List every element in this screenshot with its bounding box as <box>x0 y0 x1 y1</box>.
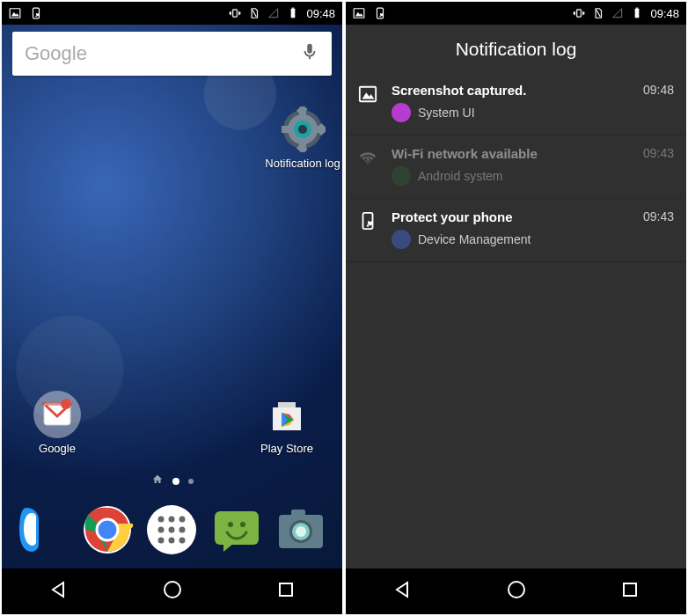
svg-point-40 <box>179 517 186 523</box>
notification-time: 09:43 <box>643 146 674 160</box>
notification-row[interactable]: Wi-Fi network availableAndroid system09:… <box>346 136 686 199</box>
svg-point-41 <box>158 527 165 533</box>
svg-rect-52 <box>291 510 305 517</box>
svg-rect-58 <box>280 583 292 596</box>
notification-log-widget[interactable]: Notification log <box>263 106 342 170</box>
notification-source: Android system <box>418 169 502 183</box>
notification-list: Screenshot captured.System UI09:48Wi-Fi … <box>346 72 686 262</box>
page-dot[interactable] <box>172 478 179 485</box>
sim-icon <box>592 7 604 19</box>
svg-point-60 <box>509 582 524 598</box>
back-button[interactable] <box>392 579 414 604</box>
svg-point-38 <box>158 517 165 523</box>
source-icon <box>392 230 411 249</box>
svg-marker-56 <box>53 583 63 597</box>
nav-bar <box>346 568 686 614</box>
status-clock: 09:48 <box>650 7 679 20</box>
mic-icon[interactable] <box>300 42 319 65</box>
page-title: Notification log <box>346 25 686 72</box>
svg-point-55 <box>296 526 306 537</box>
svg-point-50 <box>240 522 245 527</box>
notification-title: Protect your phone <box>392 209 634 224</box>
svg-marker-59 <box>397 583 407 597</box>
battery-icon <box>631 7 643 19</box>
google-search-bar[interactable]: Google <box>12 32 332 76</box>
notification-source: Device Management <box>418 232 531 246</box>
notification-title: Screenshot captured. <box>392 83 634 98</box>
home-phone: 09:48 Google Notification log Google Pla… <box>2 2 342 614</box>
svg-point-43 <box>179 527 186 533</box>
image-icon <box>9 7 21 19</box>
phone-app[interactable] <box>18 504 69 555</box>
image-icon <box>358 84 381 107</box>
chrome-app[interactable] <box>82 504 133 555</box>
svg-point-45 <box>169 538 175 544</box>
notification-source: System UI <box>418 106 475 120</box>
camera-app[interactable] <box>275 504 326 555</box>
home-indicator-icon <box>151 473 164 489</box>
recents-button[interactable] <box>275 579 296 604</box>
dock <box>2 491 342 568</box>
phone-shield-icon <box>30 7 42 19</box>
messages-app[interactable] <box>211 504 262 555</box>
folder-label: Google <box>18 442 97 455</box>
source-icon <box>392 166 411 186</box>
phone-shield-icon <box>358 211 381 234</box>
nav-bar <box>2 568 342 614</box>
back-button[interactable] <box>48 579 70 604</box>
google-folder[interactable]: Google <box>18 391 97 455</box>
app-label: Play Store <box>247 442 326 455</box>
notification-row[interactable]: Screenshot captured.System UI09:48 <box>346 72 686 136</box>
app-drawer-button[interactable] <box>146 504 197 555</box>
svg-point-49 <box>228 522 233 527</box>
phone-shield-icon <box>374 7 386 19</box>
svg-point-39 <box>169 517 175 523</box>
svg-point-42 <box>169 527 175 533</box>
status-clock: 09:48 <box>306 7 335 20</box>
sim-icon <box>248 7 260 19</box>
svg-point-26 <box>61 399 71 409</box>
notification-time: 09:43 <box>643 209 674 224</box>
home-button[interactable] <box>162 579 183 604</box>
status-bar: 09:48 <box>2 2 342 25</box>
page-dot[interactable] <box>188 479 194 484</box>
notification-row[interactable]: Protect your phoneDevice Management09:43 <box>346 199 686 262</box>
image-icon <box>353 7 365 19</box>
battery-icon <box>287 7 299 19</box>
wifi-icon <box>358 148 381 171</box>
log-phone: 09:48 Notification log Screenshot captur… <box>346 2 686 614</box>
home-button[interactable] <box>506 579 527 604</box>
svg-point-46 <box>179 538 186 544</box>
vibrate-icon <box>229 7 241 19</box>
svg-point-44 <box>158 538 165 544</box>
svg-rect-61 <box>624 583 636 596</box>
search-placeholder: Google <box>25 42 87 65</box>
widget-label: Notification log <box>263 157 342 170</box>
svg-point-57 <box>165 582 180 598</box>
notification-title: Wi-Fi network available <box>392 146 634 161</box>
play-store-app[interactable]: Play Store <box>247 391 326 455</box>
status-bar: 09:48 <box>346 2 686 25</box>
source-icon <box>392 103 411 122</box>
signal-icon <box>611 7 624 19</box>
page-indicator <box>2 473 342 489</box>
vibrate-icon <box>573 7 585 19</box>
recents-button[interactable] <box>619 579 640 604</box>
notification-time: 09:48 <box>643 83 674 97</box>
signal-icon <box>267 7 280 19</box>
svg-rect-28 <box>278 402 296 407</box>
